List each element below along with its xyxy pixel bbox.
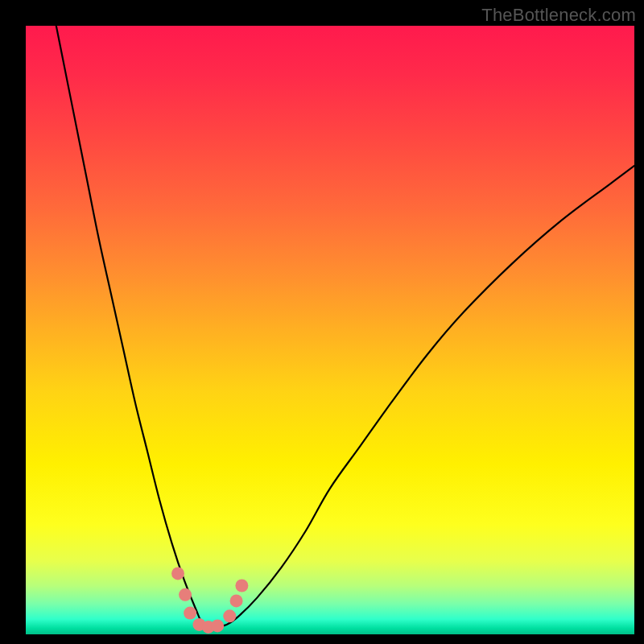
curve-marker — [179, 588, 192, 601]
bottleneck-curve — [50, 0, 634, 627]
curve-marker — [223, 609, 236, 622]
curve-marker — [184, 607, 196, 620]
chart-svg — [26, 26, 634, 634]
curve-marker — [235, 580, 248, 592]
curve-marker — [171, 567, 184, 580]
curve-marker — [211, 619, 224, 632]
plot-area — [26, 26, 634, 634]
chart-frame: TheBottleneck.com — [0, 0, 644, 644]
marker-group — [171, 567, 248, 634]
curve-marker — [230, 594, 243, 607]
watermark-text: TheBottleneck.com — [481, 5, 636, 26]
